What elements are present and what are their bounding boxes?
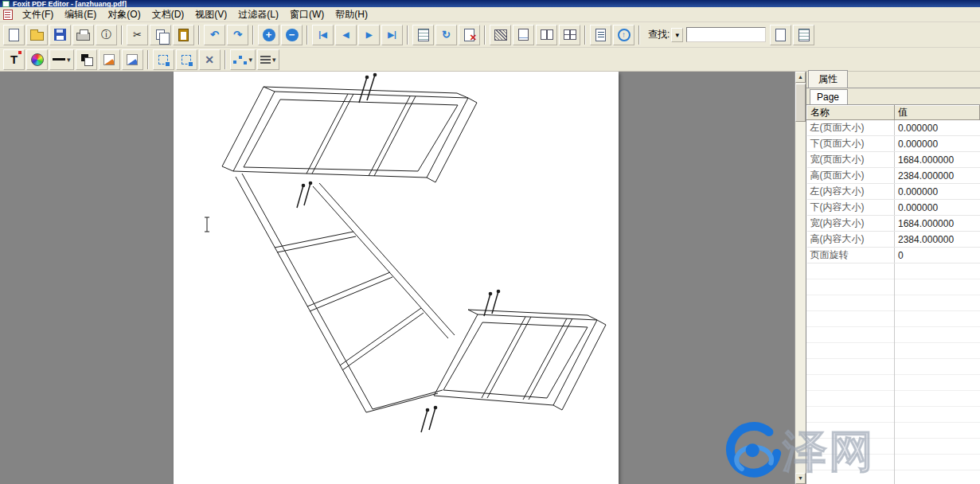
select-object-button[interactable] <box>153 49 174 70</box>
align-tool-button[interactable]: ▾ <box>257 49 279 70</box>
property-value[interactable]: 0.000000 <box>895 200 980 216</box>
zoom-in-button[interactable]: + <box>258 25 279 45</box>
property-value[interactable]: 0 <box>895 248 980 263</box>
property-row[interactable]: 下(页面大小)0.000000 <box>807 136 980 152</box>
pdf-page[interactable] <box>174 72 619 484</box>
properties-table: 名称 值 左(页面大小)0.000000 下(页面大小)0.000000 宽(页… <box>806 105 980 263</box>
property-value[interactable]: 1684.000000 <box>895 152 980 168</box>
zoom-out-button[interactable]: − <box>281 25 303 45</box>
first-page-button[interactable]: |◀ <box>312 25 334 45</box>
canvas-area[interactable] <box>0 72 795 484</box>
tab-page[interactable]: Page <box>810 89 848 104</box>
property-value[interactable]: 0.000000 <box>895 184 980 200</box>
last-page-icon: ▶| <box>388 31 396 39</box>
page-layout-two-button[interactable] <box>536 25 557 45</box>
property-name: 下(内容大小) <box>807 200 895 216</box>
property-name: 高(页面大小) <box>807 168 895 184</box>
find-options-button[interactable] <box>793 25 814 45</box>
property-value[interactable]: 1684.000000 <box>895 216 980 232</box>
toolbar-separator <box>484 25 486 45</box>
page-layout-single-button[interactable] <box>513 25 534 45</box>
menu-help[interactable]: 帮助(H) <box>330 6 373 23</box>
edit-form-button[interactable] <box>122 49 143 70</box>
tools-button[interactable]: ✕ <box>199 49 221 70</box>
redo-button[interactable]: ↷ <box>227 25 248 45</box>
menu-window[interactable]: 窗口(W) <box>284 6 330 23</box>
property-row[interactable]: 宽(内容大小)1684.000000 <box>807 216 980 232</box>
info-icon: ⓘ <box>101 29 111 40</box>
align-bars-icon <box>260 56 271 57</box>
page-layout-four-button[interactable] <box>559 25 580 45</box>
transform-object-button[interactable] <box>176 49 197 70</box>
paste-button[interactable] <box>173 25 194 45</box>
text-tool-button[interactable]: T <box>3 49 25 70</box>
transform-icon <box>182 55 191 64</box>
menu-view[interactable]: 视图(V) <box>189 6 232 23</box>
scroll-down-button[interactable]: ▼ <box>795 473 806 484</box>
rotate-page-icon: ↻ <box>442 29 451 40</box>
menu-file[interactable]: 文件(F) <box>17 6 59 23</box>
page-properties-button[interactable] <box>412 25 434 45</box>
fill-swatch-icon <box>81 54 88 61</box>
crossed-tools-icon: ✕ <box>205 53 214 66</box>
document-icon[interactable] <box>3 10 13 20</box>
column-header-name[interactable]: 名称 <box>807 106 895 120</box>
property-row[interactable]: 宽(页面大小)1684.000000 <box>807 152 980 168</box>
line-icon <box>53 58 65 60</box>
property-row[interactable]: 高(内容大小)2384.000000 <box>807 232 980 248</box>
hatch-pattern-button[interactable] <box>490 25 511 45</box>
line-width-button[interactable]: ▾ <box>49 49 74 70</box>
cut-button[interactable]: ✂ <box>127 25 148 45</box>
open-file-button[interactable] <box>26 25 48 45</box>
text-export-button[interactable] <box>590 25 611 45</box>
fill-swatch-button[interactable] <box>76 49 97 70</box>
menu-edit[interactable]: 编辑(E) <box>59 6 102 23</box>
copy-button[interactable] <box>150 25 171 45</box>
property-row[interactable]: 下(内容大小)0.000000 <box>807 200 980 216</box>
property-value[interactable]: 2384.000000 <box>895 168 980 184</box>
color-wheel-button[interactable] <box>26 49 48 70</box>
import-button[interactable]: ↑ <box>613 25 634 45</box>
menu-filter[interactable]: 过滤器(L) <box>232 6 284 23</box>
rotate-page-button[interactable]: ↻ <box>435 25 457 45</box>
vertical-scrollbar[interactable]: ▲ ▼ <box>795 72 806 484</box>
toolbar-separator <box>638 25 640 45</box>
scrollbar-track[interactable] <box>795 122 806 473</box>
edit-form-icon <box>127 54 138 65</box>
menu-object[interactable]: 对象(O) <box>102 6 146 23</box>
print-icon <box>76 33 90 41</box>
new-document-icon <box>9 29 19 41</box>
node-edit-button[interactable]: ▾ <box>230 49 256 70</box>
property-value[interactable]: 0.000000 <box>895 136 980 152</box>
find-dropdown-button[interactable]: ▾ <box>671 28 683 42</box>
scrollbar-thumb[interactable] <box>795 84 806 122</box>
property-row[interactable]: 左(内容大小)0.000000 <box>807 184 980 200</box>
save-floppy-icon <box>54 29 66 41</box>
info-button[interactable]: ⓘ <box>96 25 117 45</box>
column-header-value[interactable]: 值 <box>895 106 980 120</box>
property-name: 宽(页面大小) <box>807 152 895 168</box>
property-value[interactable]: 0.000000 <box>895 120 980 136</box>
next-page-button[interactable]: ▶ <box>358 25 380 45</box>
last-page-button[interactable]: ▶| <box>381 25 403 45</box>
property-row[interactable]: 高(页面大小)2384.000000 <box>807 168 980 184</box>
scroll-up-button[interactable]: ▲ <box>795 72 806 83</box>
property-value[interactable]: 2384.000000 <box>895 232 980 248</box>
delete-page-button[interactable]: ✕ <box>459 25 480 45</box>
property-row[interactable]: 页面旋转0 <box>807 248 980 263</box>
find-input[interactable] <box>686 27 766 42</box>
edit-object-button[interactable] <box>99 49 120 70</box>
undo-button[interactable]: ↶ <box>204 25 225 45</box>
properties-header: 属性 <box>806 72 980 88</box>
previous-page-button[interactable]: ◀ <box>335 25 357 45</box>
menu-document[interactable]: 文档(D) <box>146 6 190 23</box>
property-row[interactable]: 左(页面大小)0.000000 <box>807 120 980 136</box>
color-wheel-icon <box>31 53 44 66</box>
find-results-button[interactable] <box>770 25 791 45</box>
toolbar-separator <box>584 25 586 45</box>
properties-title-tab[interactable]: 属性 <box>808 70 848 88</box>
save-button[interactable] <box>49 25 71 45</box>
print-button[interactable] <box>72 25 94 45</box>
new-document-button[interactable] <box>3 25 25 45</box>
delete-page-icon: ✕ <box>464 29 474 41</box>
